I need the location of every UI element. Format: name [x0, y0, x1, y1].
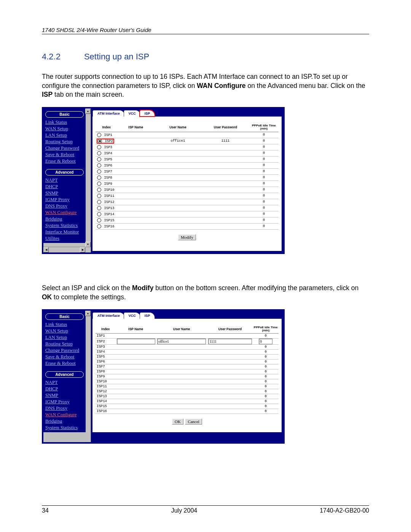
footer-page-number: 34	[42, 507, 49, 514]
scroll-right-icon[interactable]: ▶	[80, 247, 85, 252]
sidebar-item-link-status[interactable]: Link Status	[45, 119, 84, 126]
isp-radio[interactable]	[97, 194, 101, 198]
isp-radio[interactable]	[97, 157, 101, 161]
sidebar-item-system-statistics[interactable]: System Statistics	[45, 222, 84, 229]
isp-row: ISP60	[96, 359, 279, 364]
isp-index-cell: ISP13	[96, 394, 116, 399]
sidebar-item-interface-monitor[interactable]: Interface Monitor	[45, 229, 84, 235]
scroll-up-icon[interactable]: ▲	[85, 311, 91, 316]
tab-isp[interactable]: ISP	[140, 110, 155, 117]
idle-cell: 0	[253, 399, 279, 404]
tab-isp[interactable]: ISP	[140, 312, 155, 319]
sidebar-item-link-status[interactable]: Link Status	[45, 321, 84, 328]
isp-name-input[interactable]	[117, 339, 155, 344]
sidebar-item-dhcp[interactable]: DHCP	[45, 184, 84, 190]
user-password-input[interactable]	[208, 339, 252, 344]
sidebar-item-dns-proxy[interactable]: DNS Proxy	[45, 203, 84, 209]
isp-index-cell[interactable]: ISP12	[96, 199, 118, 205]
sidebar-item-igmp-proxy[interactable]: IGMP Proxy	[45, 197, 84, 203]
isp-row: ISP40	[96, 150, 279, 156]
isp-radio[interactable]	[97, 182, 101, 186]
sidebar-item-system-statistics[interactable]: System Statistics	[45, 425, 84, 431]
isp-index-cell[interactable]: ISP11	[96, 193, 118, 199]
sidebar-item-napt[interactable]: NAPT	[45, 379, 84, 386]
isp-index-cell[interactable]: ISP2	[96, 138, 118, 144]
tab-atm-interface[interactable]: ATM Interface	[92, 312, 125, 319]
sidebar-item-lan-setup[interactable]: LAN Setup	[45, 334, 84, 341]
sidebar-item-bridging[interactable]: Bridging	[45, 418, 84, 425]
isp-radio[interactable]	[98, 139, 102, 143]
user-password-cell	[202, 156, 249, 162]
sidebar-item-igmp-proxy[interactable]: IGMP Proxy	[45, 399, 84, 405]
idle-cell: 0	[253, 345, 279, 350]
user-password-cell	[207, 389, 253, 394]
scroll-left-icon[interactable]: ◀	[43, 247, 49, 252]
isp-index-cell[interactable]: ISP1	[96, 132, 118, 138]
isp-index-cell[interactable]: ISP15	[96, 217, 118, 223]
sidebar-item-lan-setup[interactable]: LAN Setup	[45, 132, 84, 139]
isp-radio[interactable]	[97, 133, 101, 137]
isp-index-cell[interactable]: ISP8	[96, 174, 118, 181]
isp-radio[interactable]	[97, 151, 101, 155]
sidebar-item-save-reboot[interactable]: Save & Reboot	[45, 354, 84, 360]
isp-index-cell[interactable]: ISP16	[96, 223, 118, 229]
modify-button[interactable]: Modify	[178, 234, 196, 240]
sidebar-item-wan-setup[interactable]: WAN Setup	[45, 328, 84, 334]
scroll-up-icon[interactable]: ▲	[85, 109, 91, 114]
sidebar-item-routing-setup[interactable]: Routing Setup	[45, 139, 84, 145]
isp-index-cell[interactable]: ISP3	[96, 144, 118, 150]
sidebar-item-wan-configure[interactable]: WAN Configure	[45, 412, 84, 418]
sidebar-item-erase-reboot[interactable]: Erase & Reboot	[45, 360, 84, 367]
isp-radio[interactable]	[97, 176, 101, 180]
sidebar-item-snmp[interactable]: SNMP	[45, 392, 84, 399]
isp-index-cell[interactable]: ISP7	[96, 168, 118, 174]
ok-button[interactable]: OK	[172, 419, 183, 425]
tab-atm-interface[interactable]: ATM Interface	[92, 110, 125, 117]
isp-radio[interactable]	[97, 212, 101, 216]
isp-radio[interactable]	[97, 218, 101, 222]
user-password-cell	[202, 162, 249, 168]
sidebar-item-bridging[interactable]: Bridging	[45, 216, 84, 222]
user-password-cell	[202, 168, 249, 174]
sidebar-item-wan-setup[interactable]: WAN Setup	[45, 126, 84, 132]
sidebar-item-dns-proxy[interactable]: DNS Proxy	[45, 405, 84, 412]
isp-row: ISP90	[96, 181, 279, 187]
sidebar-item-save-reboot[interactable]: Save & Reboot	[45, 152, 84, 158]
col-isp-name: ISP Name	[116, 325, 156, 334]
sidebar-item-snmp[interactable]: SNMP	[45, 190, 84, 197]
sidebar-item-change-password[interactable]: Change Password	[45, 347, 84, 354]
isp-index-cell[interactable]: ISP4	[96, 150, 118, 156]
isp-radio[interactable]	[97, 188, 101, 192]
isp-index-cell[interactable]: ISP10	[96, 187, 118, 193]
isp-index-cell[interactable]: ISP13	[96, 205, 118, 211]
cancel-button[interactable]: Cancel	[185, 419, 202, 425]
sidebar-item-utilites[interactable]: Utilites	[45, 235, 84, 242]
sidebar-item-napt[interactable]: NAPT	[45, 177, 84, 184]
idle-cell: 0	[253, 394, 279, 399]
isp-radio[interactable]	[97, 145, 101, 149]
isp-radio[interactable]	[97, 206, 101, 210]
isp-radio[interactable]	[97, 200, 101, 204]
user-password-cell	[207, 345, 253, 350]
sidebar-item-wan-configure[interactable]: WAN Configure	[45, 209, 84, 216]
tab-vcc[interactable]: VCC	[124, 312, 141, 319]
idle-input[interactable]	[259, 339, 272, 344]
isp-radio[interactable]	[97, 224, 101, 228]
user-name-cell	[156, 404, 207, 409]
sidebar-item-routing-setup[interactable]: Routing Setup	[45, 341, 84, 347]
isp-index-cell[interactable]: ISP14	[96, 211, 118, 217]
isp-radio[interactable]	[97, 169, 101, 174]
isp-index-cell[interactable]: ISP9	[96, 181, 118, 187]
isp-index-cell[interactable]: ISP6	[96, 162, 118, 168]
sidebar-item-erase-reboot[interactable]: Erase & Reboot	[45, 158, 84, 165]
sidebar-item-dhcp[interactable]: DHCP	[45, 386, 84, 392]
tab-vcc[interactable]: VCC	[124, 110, 141, 117]
sidebar-item-change-password[interactable]: Change Password	[45, 145, 84, 152]
idle-cell: 0	[249, 132, 279, 138]
isp-index-cell: ISP2	[96, 339, 116, 345]
scroll-down-icon[interactable]: ▼	[85, 242, 91, 247]
user-name-input[interactable]	[157, 339, 206, 344]
isp-index-cell[interactable]: ISP5	[96, 156, 118, 162]
user-password-cell	[207, 399, 253, 404]
isp-radio[interactable]	[97, 163, 101, 168]
